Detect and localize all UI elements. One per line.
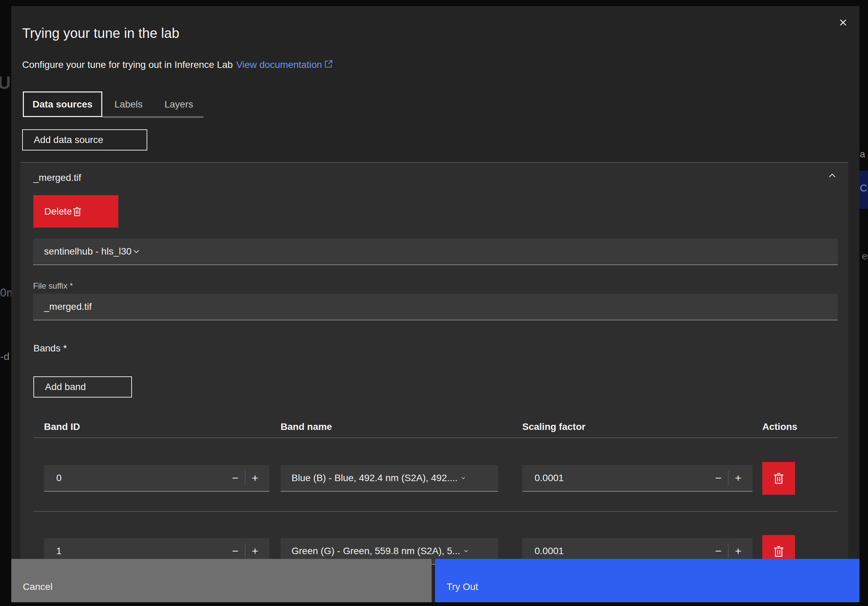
- trash-icon: [72, 207, 82, 217]
- backdrop-fragment: a d: [860, 149, 868, 160]
- modal-title: Trying your tune in the lab: [22, 25, 179, 42]
- bands-label: Bands *: [33, 343, 67, 354]
- cancel-button[interactable]: Cancel: [11, 559, 432, 602]
- add-data-source-button[interactable]: Add data source: [22, 129, 147, 151]
- scaling-factor-value-row1[interactable]: [522, 472, 709, 483]
- try-tune-modal: Trying your tune in the lab Configure yo…: [11, 6, 859, 602]
- decrement-button[interactable]: −: [226, 465, 245, 491]
- band-id-value-row2[interactable]: [44, 545, 226, 556]
- tabs-underline: [102, 117, 203, 118]
- view-documentation-label: View documentation: [236, 59, 322, 70]
- dataset-select[interactable]: sentinelhub - hls_l30: [33, 239, 838, 265]
- launch-icon: [322, 61, 333, 69]
- collapse-section-button[interactable]: [823, 167, 841, 185]
- increment-button[interactable]: +: [245, 465, 265, 491]
- band-id-value-row1[interactable]: [44, 472, 226, 483]
- scaling-factor-value-row2[interactable]: [522, 545, 709, 556]
- chevron-down-icon: [132, 247, 141, 256]
- modal-subtitle: Configure your tune for trying out in In…: [22, 59, 233, 70]
- data-source-name: _merged.tif: [33, 172, 81, 183]
- tab-data-sources[interactable]: Data sources: [23, 92, 102, 117]
- band-name-select-row1[interactable]: Blue (B) - Blue, 492.4 nm (S2A), 492....: [281, 465, 498, 492]
- decrement-button[interactable]: −: [709, 465, 728, 491]
- backdrop-fragment: Cre: [860, 182, 868, 194]
- modal-footer: Cancel Try Out: [11, 559, 859, 602]
- chevron-down-icon: [460, 547, 469, 555]
- delete-label: Delete: [44, 206, 72, 217]
- data-source-panel: [20, 162, 848, 559]
- column-header-band-name: Band name: [281, 421, 332, 433]
- close-button[interactable]: [834, 14, 852, 31]
- backdrop-fragment: es: [862, 251, 868, 262]
- close-icon: [838, 17, 849, 28]
- scaling-factor-input-row1: − +: [522, 465, 752, 492]
- trash-icon: [772, 472, 785, 485]
- band-id-input-row1: − +: [44, 465, 269, 492]
- chevron-down-icon: [457, 474, 467, 482]
- column-header-band-id: Band ID: [44, 421, 80, 433]
- increment-button[interactable]: +: [728, 465, 748, 491]
- add-band-button[interactable]: Add band: [33, 376, 132, 398]
- view-documentation-link[interactable]: View documentation: [236, 59, 333, 70]
- backdrop-button-fragment: Cre: [859, 171, 868, 209]
- tab-layers[interactable]: Layers: [154, 92, 203, 117]
- file-suffix-input[interactable]: [33, 294, 838, 320]
- tab-labels[interactable]: Labels: [103, 92, 154, 117]
- band-name-value-row2: Green (G) - Green, 559.8 nm (S2A), 5...: [291, 545, 460, 556]
- table-row-divider: [33, 511, 838, 512]
- band-name-value-row1: Blue (B) - Blue, 492.4 nm (S2A), 492....: [291, 472, 457, 483]
- chevron-up-icon: [827, 171, 837, 181]
- table-header-divider: [33, 437, 838, 438]
- column-header-scaling-factor: Scaling factor: [522, 421, 585, 433]
- dataset-select-value: sentinelhub - hls_l30: [44, 246, 132, 257]
- column-header-actions: Actions: [762, 421, 797, 433]
- delete-band-button-row1[interactable]: [762, 462, 795, 495]
- screen: UC 0m x-d a d Cre es Trying your tune in…: [0, 0, 868, 606]
- trash-icon: [772, 545, 785, 558]
- try-out-button[interactable]: Try Out: [435, 559, 859, 602]
- delete-data-source-button[interactable]: Delete: [33, 195, 118, 228]
- backdrop-fragment: x-d: [0, 351, 9, 362]
- file-suffix-label: File suffix *: [33, 281, 73, 291]
